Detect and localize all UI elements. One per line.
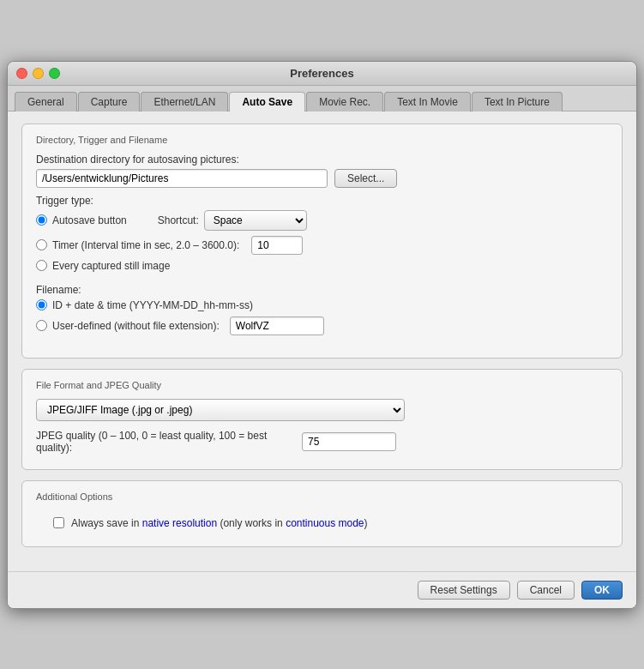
native-resolution-label: Always save in native resolution (only w…: [71, 517, 368, 529]
tab-movierec[interactable]: Movie Rec.: [306, 92, 383, 112]
radio-timer-label: Timer (Interval time in sec, 2.0 – 3600.…: [52, 239, 239, 251]
additional-section: Additional Options Always save in native…: [21, 480, 623, 547]
radio-userdefined[interactable]: [36, 320, 47, 331]
tab-ethernet[interactable]: Ethernet/LAN: [141, 92, 228, 112]
directory-section: Directory, Trigger and Filename Destinat…: [21, 124, 623, 359]
radio-autosave[interactable]: [36, 214, 47, 226]
trigger-row: Trigger type: Autosave button Shortcut: …: [36, 195, 608, 277]
everyimage-line: Every captured still image: [36, 260, 608, 272]
radio-userdefined-label: User-defined (without file extension):: [52, 320, 220, 332]
userdefined-line: User-defined (without file extension):: [36, 316, 608, 335]
title-bar: Preferences: [8, 62, 636, 86]
ok-button[interactable]: OK: [581, 581, 623, 600]
filename-row: Filename: ID + date & time (YYYY-MM-DD_h…: [36, 284, 608, 341]
datetime-line: ID + date & time (YYYY-MM-DD_hh-mm-ss): [36, 299, 608, 311]
tab-general[interactable]: General: [15, 92, 77, 112]
directory-section-title: Directory, Trigger and Filename: [36, 135, 608, 145]
cancel-button[interactable]: Cancel: [517, 581, 575, 600]
maximize-button[interactable]: [49, 68, 60, 79]
radio-autosave-label: Autosave button: [52, 214, 127, 226]
tab-bar: General Capture Ethernet/LAN Auto Save M…: [8, 86, 636, 112]
dest-label: Destination directory for autosaving pic…: [36, 154, 608, 166]
preferences-window: Preferences General Capture Ethernet/LAN…: [7, 61, 637, 609]
close-button[interactable]: [16, 68, 27, 79]
tab-autosave[interactable]: Auto Save: [229, 92, 305, 112]
traffic-lights: [16, 68, 60, 79]
minimize-button[interactable]: [33, 68, 44, 79]
select-button[interactable]: Select...: [334, 169, 397, 188]
radio-datetime-label: ID + date & time (YYYY-MM-DD_hh-mm-ss): [52, 299, 253, 311]
format-select[interactable]: JPEG/JIFF Image (.jpg or .jpeg) TIFF Ima…: [36, 399, 405, 421]
filename-label: Filename:: [36, 284, 608, 296]
radio-timer[interactable]: [36, 239, 47, 250]
native-resolution-highlight: native resolution: [142, 517, 217, 529]
shortcut-select[interactable]: Space Return F1 F2: [204, 210, 307, 231]
trigger-radio-group: Autosave button Shortcut: Space Return F…: [36, 210, 608, 277]
destination-row: Destination directory for autosaving pic…: [36, 154, 608, 188]
window-title: Preferences: [290, 67, 353, 80]
quality-input[interactable]: [302, 432, 396, 451]
tab-capture[interactable]: Capture: [78, 92, 141, 112]
userdefined-input[interactable]: [230, 316, 324, 335]
format-select-row: JPEG/JIFF Image (.jpg or .jpeg) TIFF Ima…: [36, 399, 608, 421]
tab-textinpicture[interactable]: Text In Picture: [472, 92, 563, 112]
reset-button[interactable]: Reset Settings: [418, 581, 510, 600]
filename-radio-group: ID + date & time (YYYY-MM-DD_hh-mm-ss) U…: [36, 299, 608, 341]
main-content: Directory, Trigger and Filename Destinat…: [8, 112, 636, 571]
fileformat-section: File Format and JPEG Quality JPEG/JIFF I…: [21, 369, 623, 470]
dest-input[interactable]: [36, 169, 328, 188]
quality-row: JPEG quality (0 – 100, 0 = least quality…: [36, 430, 608, 454]
trigger-label: Trigger type:: [36, 195, 608, 207]
radio-datetime[interactable]: [36, 299, 47, 310]
radio-everyimage[interactable]: [36, 260, 47, 271]
radio-everyimage-label: Every captured still image: [52, 260, 170, 272]
native-resolution-checkbox[interactable]: [53, 517, 64, 528]
shortcut-label: Shortcut:: [158, 214, 199, 226]
native-resolution-row: Always save in native resolution (only w…: [36, 510, 608, 536]
timer-input[interactable]: [251, 236, 303, 255]
bottom-bar: Reset Settings Cancel OK: [8, 571, 636, 608]
quality-label: JPEG quality (0 – 100, 0 = least quality…: [36, 430, 293, 454]
dest-input-row: Select...: [36, 169, 608, 188]
fileformat-section-title: File Format and JPEG Quality: [36, 380, 608, 390]
autosave-line: Autosave button Shortcut: Space Return F…: [36, 210, 608, 231]
tab-textinmovie[interactable]: Text In Movie: [384, 92, 471, 112]
continuous-mode-highlight: continuous mode: [286, 517, 364, 529]
additional-section-title: Additional Options: [36, 491, 608, 502]
timer-line: Timer (Interval time in sec, 2.0 – 3600.…: [36, 236, 608, 255]
